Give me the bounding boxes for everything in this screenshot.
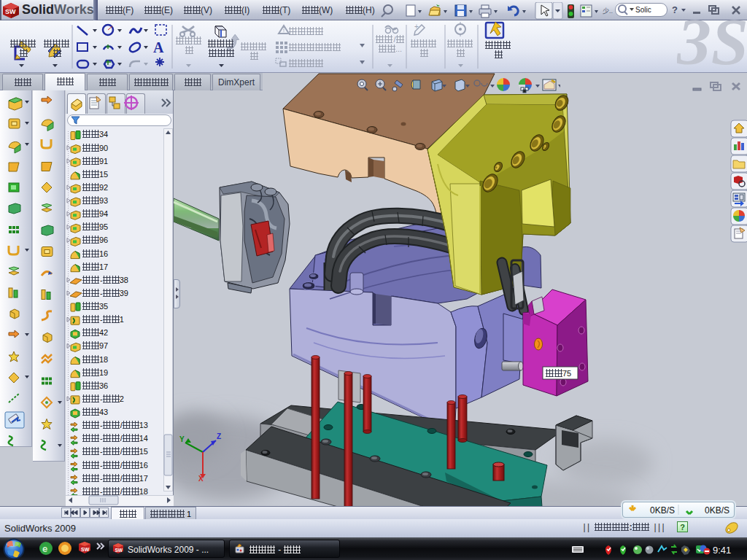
svg-text:少..: 少.. — [603, 7, 613, 15]
svg-text:Z: Z — [217, 432, 221, 440]
svg-text:0KB/S: 0KB/S — [650, 505, 675, 516]
svg-text:X: X — [198, 475, 204, 483]
svg-text:Solic: Solic — [635, 6, 651, 14]
svg-text:e: e — [42, 543, 47, 554]
svg-text:A: A — [153, 39, 164, 55]
svg-text:+: + — [414, 23, 419, 31]
svg-text:SW: SW — [81, 547, 90, 552]
svg-text:SW: SW — [115, 548, 123, 553]
svg-text:Y: Y — [179, 435, 185, 443]
svg-text:0KB/S: 0KB/S — [705, 505, 729, 516]
svg-text:SW: SW — [5, 8, 16, 15]
